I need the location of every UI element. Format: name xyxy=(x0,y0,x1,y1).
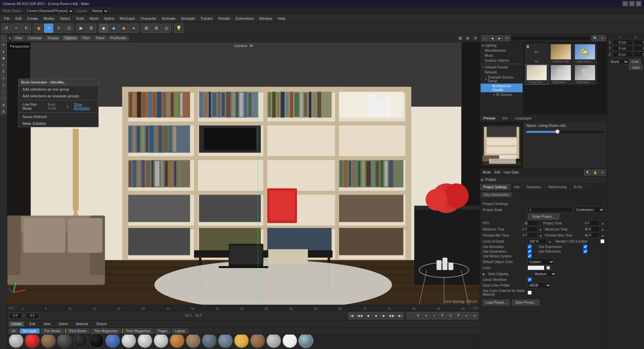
mat-tag-laptop[interactable]: Laptop xyxy=(172,329,188,334)
show-annotation-link[interactable]: Show Annotation xyxy=(74,103,94,110)
ctx-low-res[interactable]: Low Res Mode Book Scale: 1 Show Annotati… xyxy=(18,101,98,112)
load-preset-btn[interactable]: Load Preset... xyxy=(483,300,509,305)
toolbar-point[interactable]: ● xyxy=(129,23,139,33)
ctx-add-one-group[interactable]: Add selections as one group xyxy=(18,86,98,93)
playback-play[interactable]: ▶ xyxy=(380,312,388,319)
tree-arch-viz[interactable]: ▼ Architectural Visualiz xyxy=(481,84,523,92)
mat-item-coverco-2[interactable]: Cover Co... xyxy=(218,335,233,349)
toolbar-object[interactable]: ◈ xyxy=(99,23,108,33)
mat-tag-thinmag[interactable]: Thin Magazines xyxy=(91,329,121,334)
props-objcolor-dropdown[interactable]: Custom xyxy=(528,259,554,265)
props-mode-label[interactable]: Mode xyxy=(481,170,492,175)
props-renderlod-check[interactable] xyxy=(600,239,604,243)
playback-to-start[interactable]: |◀ xyxy=(348,312,356,319)
vp-icon-1[interactable]: ⊞ xyxy=(457,35,463,41)
mat-item-glass[interactable]: Glass xyxy=(299,335,313,349)
mat-item-backplate[interactable]: Backplat... xyxy=(57,335,72,349)
playback-btn-1[interactable]: + xyxy=(431,312,438,319)
sidebar-btn-2[interactable]: ● xyxy=(1,42,7,48)
props-usemotion-check[interactable] xyxy=(528,254,532,258)
sidebar-btn-8[interactable]: S xyxy=(1,82,7,88)
tree-music[interactable]: Music xyxy=(481,53,523,58)
menu-window[interactable]: Window xyxy=(257,16,275,21)
props-userdata-label[interactable]: User Data xyxy=(502,170,520,175)
playback-keyframe[interactable]: K xyxy=(415,312,422,319)
toolbar-undo[interactable]: ↺ xyxy=(1,23,11,33)
menu-mograph[interactable]: MoGraph xyxy=(117,16,138,21)
toolbar-anim[interactable]: ▶ xyxy=(76,23,86,33)
props-lod-up[interactable]: ▲ xyxy=(548,240,551,243)
mat-item-apple[interactable]: Apple xyxy=(25,335,40,349)
mat-tag-thickbooks[interactable]: Thick Books xyxy=(65,329,90,334)
coord-world-select[interactable]: World Local xyxy=(609,59,629,64)
props-fps-input[interactable] xyxy=(523,220,539,226)
tree-outdoor[interactable]: Outdoor Objects xyxy=(481,58,523,63)
playback-record[interactable]: ● xyxy=(407,312,414,319)
props-options-btn[interactable]: ≡ xyxy=(599,169,606,176)
asset-thumb-lakehouse[interactable]: 🏡 Lake Hous... xyxy=(573,44,597,64)
mat-item-couch[interactable]: Couch xyxy=(186,335,201,349)
vp-view-btn[interactable]: View xyxy=(12,36,24,41)
toolbar-move[interactable]: ✕ xyxy=(44,23,53,33)
eyedropper-icon[interactable]: 🔲 xyxy=(546,265,551,270)
vp-display-btn[interactable]: Display xyxy=(45,36,61,41)
ctx-add-separate-groups[interactable]: Add selections as separate groups xyxy=(18,93,98,99)
window-controls[interactable]: — □ ✕ xyxy=(623,1,641,6)
props-mintime-input[interactable] xyxy=(521,227,538,232)
menu-modes[interactable]: Modes xyxy=(41,16,57,21)
preview-slider-thumb[interactable] xyxy=(555,130,559,134)
mat-toolbar-view[interactable]: View xyxy=(41,321,53,327)
mat-tag-all[interactable]: All xyxy=(9,329,18,334)
save-preset-btn[interactable]: Save Preset... xyxy=(512,300,539,305)
menu-tracker[interactable]: Tracker xyxy=(198,16,216,21)
asset-thumb-tex[interactable]: 🔒 tex tex xyxy=(525,44,548,64)
coord-h-rot[interactable] xyxy=(634,40,644,45)
toolbar-render[interactable]: ⚙ xyxy=(87,23,96,33)
mat-item-aluminium[interactable]: Alumin... xyxy=(9,335,23,349)
props-tab-keyinterp[interactable]: Key Interpolation xyxy=(481,192,512,197)
toolbar-poly[interactable]: ◆ xyxy=(109,23,118,33)
props-mintime-up[interactable]: ▲ xyxy=(539,228,542,231)
playback-stop[interactable]: ■ xyxy=(372,312,380,319)
nodespace-dropdown[interactable]: Current (Standard/Physical) xyxy=(25,8,74,14)
coord-b-rot[interactable] xyxy=(634,52,644,57)
asset-btn-refresh[interactable]: ↺ xyxy=(503,35,510,41)
playback-next[interactable]: ▶▶ xyxy=(388,312,396,319)
props-colorprofile-dropdown[interactable]: sRGB Linear xyxy=(528,282,551,288)
props-lod-input[interactable] xyxy=(528,239,547,244)
props-color-box[interactable] xyxy=(528,265,544,270)
tree-default-presets[interactable]: ▼ Default Presets xyxy=(481,65,523,70)
props-viewclip-dropdown[interactable]: Medium Small Large xyxy=(533,271,556,277)
asset-btn-options[interactable]: ≡ xyxy=(599,35,606,41)
sidebar-btn-6[interactable]: $ xyxy=(1,68,7,74)
mat-item-background[interactable]: Backgro... xyxy=(41,335,56,349)
mat-item-chrome-2[interactable]: Chrome xyxy=(138,335,152,349)
mat-item-chrome-3[interactable]: Chrome xyxy=(154,335,168,349)
playback-btn-3[interactable]: O xyxy=(447,312,454,319)
timeline-ruler[interactable]: 0 5 10 15 20 25 30 35 40 45 50 55 xyxy=(21,305,466,311)
vp-prorender-btn[interactable]: ProRender xyxy=(108,36,129,41)
props-search-btn[interactable]: 🔍 xyxy=(584,169,591,176)
menu-animate[interactable]: Animate xyxy=(159,16,178,21)
asset-btn-forward[interactable]: ▶ xyxy=(496,35,503,41)
layout-dropdown[interactable]: Startup xyxy=(90,8,109,14)
minimize-btn[interactable]: — xyxy=(623,1,628,6)
mat-item-blackpie[interactable]: Black Pie... xyxy=(73,335,88,349)
asset-thumb-livingroom[interactable]: 🛋 Living Roo... xyxy=(525,64,548,85)
maximize-btn[interactable]: □ xyxy=(629,1,635,6)
menu-file[interactable]: File xyxy=(1,16,13,21)
preview-slider[interactable] xyxy=(526,131,604,133)
props-maxtime-up[interactable]: ▲ xyxy=(601,228,604,231)
toolbar-scale[interactable]: ⊡ xyxy=(64,23,73,33)
playback-to-end[interactable]: ▶| xyxy=(396,312,404,319)
props-usedef-check[interactable] xyxy=(583,249,587,253)
vp-icon-2[interactable]: ⚙ xyxy=(465,35,471,41)
coord-scale-btn[interactable]: Scale xyxy=(630,59,641,64)
coord-apply-btn[interactable]: Apply xyxy=(629,65,643,70)
mat-item-coverco-1[interactable]: Cover Co... xyxy=(202,335,217,349)
menu-help[interactable]: Help xyxy=(275,16,288,21)
props-useani-check[interactable] xyxy=(528,245,532,249)
sidebar-btn-9[interactable]: ~ xyxy=(1,89,7,95)
coord-x-pos[interactable] xyxy=(612,40,633,45)
sidebar-btn-7[interactable]: S xyxy=(1,75,7,81)
